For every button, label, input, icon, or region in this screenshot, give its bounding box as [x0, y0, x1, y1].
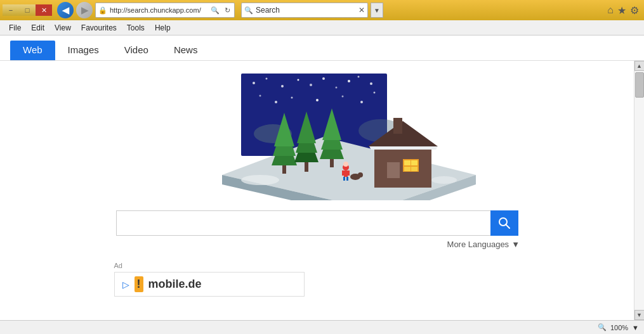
title-bar-right: ⌂ ★ ⚙	[607, 4, 641, 16]
svg-point-53	[358, 172, 363, 177]
ad-brand-name: mobile.de	[148, 278, 202, 291]
svg-point-8	[348, 80, 350, 82]
ad-content: ▷ ! mobile.de	[114, 272, 305, 297]
menu-help[interactable]: Help	[150, 22, 176, 34]
address-bar[interactable]: 🔒 🔍 ↻	[95, 3, 235, 18]
search-clear-button[interactable]: ✕	[358, 6, 365, 15]
svg-rect-46	[344, 170, 348, 177]
title-bar: − □ ✕ ◀ ▶ 🔒 🔍 ↻ 🔍 ✕ ▼ ⌂ ★ ⚙	[0, 0, 644, 20]
page-nav: Web Images Video News	[0, 35, 644, 61]
svg-rect-30	[411, 167, 417, 171]
menu-favourites[interactable]: Favourites	[76, 22, 122, 34]
tab-news[interactable]: News	[161, 41, 211, 60]
svg-rect-49	[343, 177, 345, 181]
address-input[interactable]	[110, 6, 207, 14]
address-icon: 🔒	[98, 6, 107, 15]
scrollbar[interactable]: ▲ ▼	[634, 61, 644, 320]
svg-marker-32	[369, 146, 438, 150]
scroll-thumb[interactable]	[635, 72, 644, 98]
tab-video[interactable]: Video	[112, 41, 161, 60]
search-bar-icon: 🔍	[244, 6, 253, 15]
search-bar[interactable]: 🔍 ✕	[241, 3, 368, 18]
status-bar: 🔍 100% ▼	[0, 320, 644, 334]
svg-point-54	[241, 175, 279, 185]
svg-point-9	[357, 76, 359, 78]
svg-point-12	[275, 101, 277, 103]
zoom-arrow[interactable]: ▼	[632, 324, 639, 331]
hero-illustration	[159, 74, 476, 200]
svg-line-57	[506, 224, 509, 228]
more-languages[interactable]: More Languages ▼	[447, 240, 520, 249]
ad-area: Ad ▷ ! mobile.de	[114, 262, 520, 297]
ad-play-icon: ▷	[122, 279, 129, 290]
search-input[interactable]	[256, 6, 356, 15]
search-box-area	[116, 210, 518, 236]
main-search-button[interactable]	[490, 210, 518, 236]
forward-button[interactable]: ▶	[76, 2, 93, 18]
address-search-btn[interactable]: 🔍	[209, 6, 221, 15]
menu-edit[interactable]: Edit	[26, 22, 49, 34]
svg-point-5	[310, 84, 312, 86]
scroll-container: Web Images Video News	[0, 35, 644, 320]
close-button[interactable]: ✕	[36, 4, 52, 16]
scroll-down-arrow[interactable]: ▼	[634, 310, 645, 320]
svg-point-15	[341, 96, 343, 98]
svg-rect-31	[393, 118, 402, 134]
home-button[interactable]: ⌂	[607, 4, 614, 16]
tools-button[interactable]: ⚙	[630, 4, 639, 16]
zoom-label: 100%	[610, 324, 628, 331]
svg-rect-25	[387, 162, 400, 178]
ad-brand-icon: !	[135, 276, 143, 292]
menu-tools[interactable]: Tools	[122, 22, 150, 34]
svg-rect-27	[404, 160, 411, 165]
scroll-up-arrow[interactable]: ▲	[634, 61, 645, 71]
tab-web[interactable]: Web	[10, 41, 55, 60]
ad-label: Ad	[114, 262, 122, 269]
svg-point-10	[370, 82, 372, 85]
menu-file[interactable]: File	[4, 22, 26, 34]
more-languages-label: More Languages	[447, 240, 509, 249]
svg-point-4	[297, 79, 299, 81]
svg-point-3	[281, 85, 284, 87]
svg-point-14	[316, 99, 319, 101]
search-icon	[498, 217, 511, 229]
svg-point-13	[291, 97, 292, 99]
svg-rect-28	[411, 160, 417, 165]
svg-rect-29	[404, 167, 411, 171]
main-search-input[interactable]	[116, 210, 490, 236]
svg-point-16	[360, 101, 363, 103]
address-refresh-btn[interactable]: ↻	[223, 6, 232, 15]
window-controls-left: − □ ✕	[3, 4, 52, 16]
menu-view[interactable]: View	[49, 22, 76, 34]
zoom-icon: 🔍	[598, 323, 607, 331]
svg-point-2	[265, 78, 267, 80]
content-area: More Languages ▼ Ad ▷ ! mobile.de	[0, 61, 634, 320]
title-bar-left: − □ ✕ ◀ ▶ 🔒 🔍 ↻ 🔍 ✕ ▼	[3, 2, 607, 18]
minimize-button[interactable]: −	[3, 4, 19, 16]
scene-svg	[159, 74, 476, 200]
svg-point-17	[373, 92, 375, 94]
svg-point-1	[253, 82, 255, 84]
svg-point-51	[343, 162, 348, 167]
back-button[interactable]: ◀	[57, 2, 74, 18]
svg-rect-50	[346, 177, 348, 181]
svg-point-11	[259, 95, 261, 97]
scroll-thumb-area[interactable]	[634, 71, 645, 310]
search-dropdown[interactable]: ▼	[371, 3, 383, 18]
svg-point-55	[431, 176, 457, 184]
svg-rect-47	[342, 170, 344, 176]
svg-point-6	[322, 77, 325, 80]
tab-images[interactable]: Images	[55, 41, 112, 60]
menu-bar: File Edit View Favourites Tools Help	[0, 20, 644, 35]
restore-button[interactable]: □	[19, 4, 36, 16]
svg-point-7	[335, 87, 337, 89]
more-languages-arrow: ▼	[511, 240, 520, 249]
svg-rect-48	[348, 170, 350, 176]
favorites-button[interactable]: ★	[617, 4, 626, 16]
